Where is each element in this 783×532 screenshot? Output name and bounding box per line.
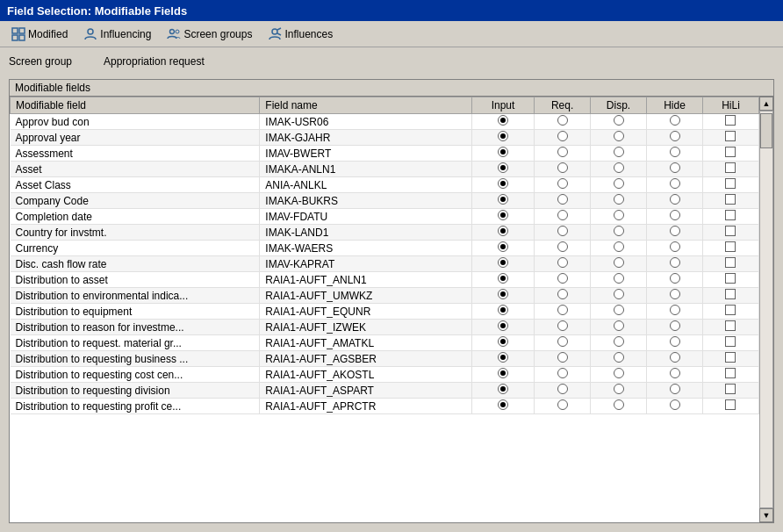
radio-req[interactable] [557,257,568,268]
cell-disp[interactable] [591,130,647,146]
checkbox-hili[interactable] [725,131,736,141]
cell-hili[interactable] [702,225,758,241]
radio-input[interactable] [498,273,508,284]
radio-input[interactable] [498,210,508,220]
cell-hili[interactable] [702,241,758,256]
cell-req[interactable] [535,209,591,225]
checkbox-hili[interactable] [725,289,736,299]
cell-req[interactable] [535,320,591,335]
cell-req[interactable] [535,130,591,146]
cell-req[interactable] [535,272,591,288]
radio-input[interactable] [498,352,508,363]
radio-req[interactable] [557,162,568,173]
radio-input[interactable] [498,194,508,205]
cell-req[interactable] [535,193,591,209]
cell-hili[interactable] [702,162,758,177]
radio-req[interactable] [557,305,568,315]
checkbox-hili[interactable] [725,399,736,410]
checkbox-hili[interactable] [725,194,736,205]
screen-groups-button[interactable]: Screen groups [161,25,258,44]
cell-hide[interactable] [647,225,703,241]
scrollbar-thumb[interactable] [760,113,772,148]
radio-input[interactable] [498,131,508,141]
cell-disp[interactable] [591,288,647,304]
radio-hide[interactable] [670,273,680,284]
radio-hide[interactable] [670,399,680,410]
cell-req[interactable] [535,241,591,256]
radio-hide[interactable] [670,115,680,126]
cell-req[interactable] [535,114,591,130]
cell-hide[interactable] [647,383,703,399]
radio-req[interactable] [557,115,568,126]
checkbox-hili[interactable] [725,241,736,252]
cell-input[interactable] [472,320,535,335]
radio-hide[interactable] [670,210,680,220]
radio-req[interactable] [557,210,568,220]
cell-hide[interactable] [647,209,703,225]
cell-req[interactable] [535,383,591,399]
radio-disp[interactable] [614,241,624,252]
radio-disp[interactable] [614,305,624,315]
radio-req[interactable] [557,384,568,394]
cell-disp[interactable] [591,399,647,414]
radio-disp[interactable] [614,320,624,331]
cell-hili[interactable] [702,209,758,225]
cell-req[interactable] [535,399,591,414]
radio-hide[interactable] [670,257,680,268]
cell-hili[interactable] [702,304,758,320]
cell-hide[interactable] [647,114,703,130]
radio-disp[interactable] [614,289,624,299]
checkbox-hili[interactable] [725,257,736,268]
cell-disp[interactable] [591,256,647,272]
radio-req[interactable] [557,241,568,252]
scrollbar-down-button[interactable]: ▼ [759,508,773,522]
modified-button[interactable]: Modified [5,25,74,44]
radio-input[interactable] [498,399,508,410]
radio-req[interactable] [557,368,568,378]
radio-disp[interactable] [614,210,624,220]
checkbox-hili[interactable] [725,273,736,284]
cell-req[interactable] [535,162,591,177]
cell-input[interactable] [472,383,535,399]
cell-hide[interactable] [647,241,703,256]
radio-input[interactable] [498,162,508,173]
cell-hide[interactable] [647,162,703,177]
radio-input[interactable] [498,241,508,252]
radio-hide[interactable] [670,131,680,141]
table-scroll[interactable]: Modifiable field Field name Input Req. D… [10,97,759,522]
cell-input[interactable] [472,304,535,320]
cell-hili[interactable] [702,114,758,130]
cell-req[interactable] [535,304,591,320]
cell-disp[interactable] [591,114,647,130]
cell-disp[interactable] [591,351,647,367]
radio-disp[interactable] [614,336,624,347]
radio-input[interactable] [498,289,508,299]
cell-hide[interactable] [647,272,703,288]
cell-hide[interactable] [647,193,703,209]
radio-req[interactable] [557,273,568,284]
cell-input[interactable] [472,335,535,351]
radio-input[interactable] [498,115,508,126]
cell-input[interactable] [472,193,535,209]
scrollbar-track[interactable] [759,111,773,508]
radio-req[interactable] [557,399,568,410]
cell-disp[interactable] [591,193,647,209]
radio-hide[interactable] [670,226,680,236]
radio-hide[interactable] [670,162,680,173]
cell-disp[interactable] [591,367,647,383]
cell-input[interactable] [472,177,535,193]
cell-hili[interactable] [702,335,758,351]
cell-disp[interactable] [591,177,647,193]
cell-req[interactable] [535,335,591,351]
cell-hili[interactable] [702,193,758,209]
cell-req[interactable] [535,256,591,272]
radio-input[interactable] [498,336,508,347]
radio-disp[interactable] [614,368,624,378]
vertical-scrollbar[interactable]: ▲ ▼ [759,97,773,522]
cell-hili[interactable] [702,130,758,146]
cell-hili[interactable] [702,288,758,304]
radio-disp[interactable] [614,194,624,205]
cell-input[interactable] [472,241,535,256]
cell-hili[interactable] [702,367,758,383]
radio-disp[interactable] [614,147,624,157]
